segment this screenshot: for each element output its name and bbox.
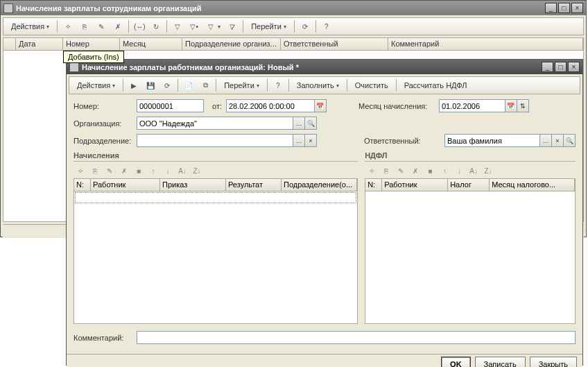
ndfl-grid[interactable]: N: Работник Налог Месяц налогово... bbox=[365, 178, 576, 324]
resp-label: Ответственный: bbox=[364, 137, 440, 145]
close-button[interactable]: Закрыть bbox=[530, 357, 577, 367]
row-edit-button[interactable]: ✎ bbox=[394, 164, 408, 177]
filter-off-button[interactable]: ▽̷ bbox=[225, 19, 240, 33]
filter-button[interactable]: ▽ bbox=[170, 19, 185, 33]
parent-toolbar: Действия ✧ ⎘ ✎ ✗ (↔) ↻ ▽ ▽• ▽ ▽̷ Перейти… bbox=[3, 17, 584, 35]
row-end-edit-button[interactable]: ■ bbox=[132, 164, 146, 177]
child-title: Начисление зарплаты работникам организац… bbox=[82, 63, 542, 71]
col-date[interactable]: Дата bbox=[16, 38, 63, 50]
ndfl-toolbar: ✧ ⎘ ✎ ✗ ■ ↑ ↓ A↓ Z↓ bbox=[365, 163, 576, 178]
sort-asc-button[interactable]: A↓ bbox=[175, 164, 189, 177]
col-order[interactable]: Приказ bbox=[160, 179, 226, 191]
save-button[interactable]: 💾 bbox=[143, 78, 158, 92]
select-icon[interactable]: … bbox=[539, 135, 551, 146]
open-icon[interactable]: 🔍 bbox=[563, 135, 575, 146]
post-button[interactable]: ▶ bbox=[126, 78, 141, 92]
move-up-button[interactable]: ↑ bbox=[146, 164, 160, 177]
select-icon[interactable]: … bbox=[293, 135, 304, 146]
edit-button[interactable]: ✎ bbox=[94, 19, 109, 33]
calc-ndfl-button[interactable]: Рассчитать НДФЛ bbox=[399, 78, 472, 92]
col-worker[interactable]: Работник bbox=[382, 179, 448, 191]
calendar-icon[interactable]: 📅 bbox=[314, 100, 326, 112]
ndfl-panel: НДФЛ ✧ ⎘ ✎ ✗ ■ ↑ ↓ A↓ Z↓ N: Работник bbox=[365, 151, 576, 324]
maximize-button[interactable]: □ bbox=[558, 3, 570, 13]
col-n[interactable]: N: bbox=[74, 179, 91, 191]
minimize-button[interactable]: _ bbox=[542, 62, 553, 72]
close-button[interactable]: × bbox=[568, 62, 580, 72]
select-icon[interactable]: … bbox=[293, 117, 304, 129]
col-dept[interactable]: Подразделение организ... bbox=[182, 38, 281, 50]
clear-icon[interactable]: × bbox=[304, 135, 316, 146]
basis-button[interactable]: 📄 bbox=[181, 78, 196, 92]
number-input[interactable] bbox=[137, 99, 204, 112]
col-resp[interactable]: Ответственный bbox=[281, 38, 388, 50]
col-result[interactable]: Результат bbox=[226, 179, 282, 191]
refresh-button[interactable]: ↻ bbox=[148, 19, 164, 33]
goto-menu[interactable]: Перейти bbox=[246, 19, 291, 33]
col-tax[interactable]: Налог bbox=[448, 179, 490, 191]
doc-icon bbox=[69, 62, 79, 72]
comment-label: Комментарий: bbox=[74, 334, 132, 342]
goto-menu[interactable]: Перейти bbox=[219, 78, 264, 92]
add-button[interactable]: ✧ bbox=[60, 19, 76, 33]
col-number[interactable]: Номер bbox=[63, 38, 120, 50]
number-label: Номер: bbox=[74, 102, 132, 110]
row-end-edit-button[interactable]: ■ bbox=[423, 164, 437, 177]
row-delete-button[interactable]: ✗ bbox=[408, 164, 422, 177]
col-worker[interactable]: Работник bbox=[91, 179, 160, 191]
filter-by-button[interactable]: ▽• bbox=[187, 19, 202, 33]
spinner-icon[interactable]: ⇅ bbox=[517, 100, 528, 112]
accruals-grid[interactable]: N: Работник Приказ Результат Подразделен… bbox=[74, 178, 358, 324]
sort-desc-button[interactable]: Z↓ bbox=[190, 164, 204, 177]
refresh2-button[interactable]: ⟳ bbox=[297, 19, 313, 33]
open-icon[interactable]: 🔍 bbox=[304, 117, 316, 129]
actions-menu[interactable]: Действия bbox=[6, 19, 54, 33]
filter-history-button[interactable]: ▽ bbox=[203, 19, 223, 33]
org-input[interactable]: … 🔍 bbox=[137, 117, 317, 130]
parent-titlebar: Начисления зарплаты сотрудникам организа… bbox=[1, 1, 586, 15]
write-button[interactable]: Записать bbox=[475, 357, 526, 367]
col-dept[interactable]: Подразделение(о... bbox=[282, 179, 357, 191]
fill-button[interactable]: Заполнить bbox=[292, 78, 344, 92]
row-add-button[interactable]: ✧ bbox=[365, 164, 379, 177]
minimize-button[interactable]: _ bbox=[545, 3, 557, 13]
col-n[interactable]: N: bbox=[365, 179, 382, 191]
clear-button[interactable]: Очистить bbox=[350, 78, 393, 92]
calendar-icon[interactable]: 📅 bbox=[505, 100, 517, 112]
month-input[interactable]: 📅 ⇅ bbox=[439, 99, 529, 112]
maximize-button[interactable]: □ bbox=[555, 62, 567, 72]
child-titlebar: Начисление зарплаты работникам организац… bbox=[67, 60, 582, 74]
row-copy-button[interactable]: ⎘ bbox=[379, 164, 393, 177]
help-button[interactable]: ? bbox=[319, 19, 334, 33]
resp-input[interactable]: … × 🔍 bbox=[444, 134, 576, 147]
sort-desc-button[interactable]: Z↓ bbox=[481, 164, 495, 177]
repost-button[interactable]: ⟳ bbox=[159, 78, 175, 92]
row-delete-button[interactable]: ✗ bbox=[117, 164, 131, 177]
interval-button[interactable]: (↔) bbox=[132, 19, 147, 33]
close-button[interactable]: × bbox=[571, 3, 583, 13]
move-down-button[interactable]: ↓ bbox=[161, 164, 175, 177]
actions-menu[interactable]: Действия bbox=[72, 78, 120, 92]
structure-button[interactable]: ⧉ bbox=[198, 78, 213, 92]
move-up-button[interactable]: ↑ bbox=[438, 164, 451, 177]
accruals-toolbar: ✧ ⎘ ✎ ✗ ■ ↑ ↓ A↓ Z↓ bbox=[74, 163, 358, 178]
new-row-marker bbox=[75, 192, 356, 203]
mark-delete-button[interactable]: ✗ bbox=[110, 19, 126, 33]
ok-button[interactable]: OK bbox=[441, 357, 471, 367]
col-month[interactable]: Месяц bbox=[120, 38, 182, 50]
row-add-button[interactable]: ✧ bbox=[74, 164, 87, 177]
sort-asc-button[interactable]: A↓ bbox=[467, 164, 481, 177]
row-edit-button[interactable]: ✎ bbox=[103, 164, 116, 177]
help-button[interactable]: ? bbox=[270, 78, 286, 92]
col-comment[interactable]: Комментарий bbox=[388, 38, 583, 50]
row-copy-button[interactable]: ⎘ bbox=[88, 164, 102, 177]
clear-icon[interactable]: × bbox=[551, 135, 563, 146]
comment-input[interactable] bbox=[137, 331, 576, 344]
child-toolbar: Действия ▶ 💾 ⟳ 📄 ⧉ Перейти ? Заполнить О… bbox=[69, 76, 580, 94]
dept-label: Подразделение: bbox=[74, 137, 132, 145]
date-input[interactable]: 📅 bbox=[226, 99, 327, 112]
add-copy-button[interactable]: ⎘ bbox=[77, 19, 92, 33]
move-down-button[interactable]: ↓ bbox=[452, 164, 466, 177]
col-taxmonth[interactable]: Месяц налогово... bbox=[490, 179, 575, 191]
dept-input[interactable]: … × bbox=[137, 134, 317, 147]
